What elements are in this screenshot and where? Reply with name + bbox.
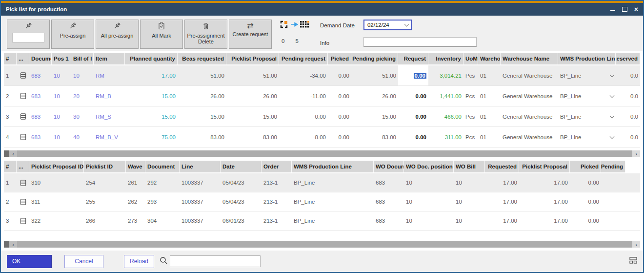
all-mark-button[interactable]: All Mark bbox=[140, 20, 183, 49]
cell-request[interactable]: 0.00 bbox=[398, 86, 428, 106]
scrollbar-track[interactable] bbox=[17, 150, 632, 157]
cell-bill-of-items[interactable]: 20 bbox=[71, 86, 94, 106]
cancel-button[interactable]: Cancel bbox=[64, 255, 103, 268]
column-header-warehouse-name[interactable]: Warehouse Name bbox=[501, 53, 558, 64]
table-row[interactable]: 3322266273304100333706/01/23213-1BP_Line… bbox=[4, 211, 640, 231]
column-header-inventory[interactable]: Inventory bbox=[428, 53, 463, 64]
column-header-uom[interactable]: UoM bbox=[463, 53, 478, 64]
column-header-line[interactable]: Line bbox=[180, 161, 221, 172]
row-details-icon[interactable] bbox=[19, 92, 27, 100]
row-details-icon[interactable] bbox=[19, 113, 27, 120]
column-header-wo-document[interactable]: WO Docum bbox=[374, 161, 404, 172]
row-details-icon[interactable] bbox=[19, 133, 27, 141]
column-header-planned-quantity[interactable]: Planned quantity bbox=[125, 53, 178, 64]
cell-item[interactable]: RM_S bbox=[94, 106, 125, 126]
column-header-order[interactable]: Order bbox=[262, 161, 292, 172]
cell-wms-production-line[interactable]: BP_Line bbox=[558, 86, 616, 106]
scrollbar-track[interactable] bbox=[17, 241, 632, 248]
column-header-row-number[interactable]: # bbox=[4, 53, 17, 64]
cell-row-icon[interactable] bbox=[17, 65, 29, 85]
row-details-icon[interactable] bbox=[19, 217, 27, 225]
cell-position[interactable]: 10 bbox=[52, 106, 71, 126]
cell-wms-production-line[interactable]: BP_Line bbox=[558, 127, 616, 147]
table-row[interactable]: 16831010RM17.0051.0051.00-34.000.0051.00… bbox=[4, 65, 640, 86]
cell-document[interactable]: 683 bbox=[29, 65, 52, 85]
column-header-pending[interactable]: Pending bbox=[601, 161, 625, 172]
column-header-requested[interactable]: Requested bbox=[485, 161, 519, 172]
table-row[interactable]: 26831020RM_B15.0026.0026.00-11.000.0026.… bbox=[4, 86, 640, 106]
cell-document[interactable]: 683 bbox=[29, 106, 52, 126]
cell-document[interactable]: 683 bbox=[29, 127, 52, 147]
cell-item[interactable]: RM bbox=[94, 65, 125, 85]
row-details-icon[interactable] bbox=[19, 198, 27, 206]
scroll-right-arrow-icon[interactable]: › bbox=[632, 241, 640, 248]
column-header-date[interactable]: Date bbox=[221, 161, 262, 172]
cell-bill-of-items[interactable]: 30 bbox=[71, 106, 94, 126]
scroll-left-arrow-icon[interactable]: ‹ bbox=[9, 150, 17, 157]
column-header-wms-production-line[interactable]: WMS Production Line bbox=[292, 161, 374, 172]
cell-row-icon[interactable] bbox=[17, 106, 29, 126]
column-header-row-icon[interactable]: ... bbox=[17, 161, 29, 172]
cell-request[interactable]: 0.00 bbox=[398, 106, 428, 126]
cell-bill-of-items[interactable]: 40 bbox=[71, 127, 94, 147]
cell-bill-of-items[interactable]: 10 bbox=[71, 65, 94, 85]
column-header-picklist-proposal[interactable]: Picklist Proposal bbox=[519, 161, 570, 172]
close-button[interactable]: × bbox=[634, 5, 638, 13]
column-header-item[interactable]: Item bbox=[94, 53, 125, 64]
all-pre-assign-button[interactable]: All pre-assign bbox=[96, 20, 139, 49]
cell-row-icon[interactable] bbox=[17, 192, 29, 211]
column-header-row-icon[interactable]: ... bbox=[17, 53, 29, 64]
minimize-button[interactable] bbox=[610, 5, 615, 13]
cell-item[interactable]: RM_B bbox=[94, 86, 125, 106]
column-header-wave[interactable]: Wave bbox=[126, 161, 145, 172]
cell-row-icon[interactable] bbox=[17, 211, 29, 230]
cell-position[interactable]: 10 bbox=[52, 65, 71, 85]
cell-wms-production-line[interactable]: BP_Line bbox=[558, 106, 616, 126]
cell-request[interactable]: 0.00 bbox=[398, 65, 428, 85]
column-header-reserved[interactable]: Reserved bbox=[616, 53, 640, 64]
column-header-picked[interactable]: Picked bbox=[570, 161, 601, 172]
create-request-button[interactable]: ⇄ Create request bbox=[229, 20, 272, 49]
cell-row-icon[interactable] bbox=[17, 173, 29, 192]
row-details-icon[interactable] bbox=[19, 72, 27, 79]
cell-item[interactable]: RM_B_V bbox=[94, 127, 125, 147]
row-details-icon[interactable] bbox=[19, 179, 27, 187]
column-header-picklist-proposal[interactable]: Picklist Proposal bbox=[226, 53, 279, 64]
table-row[interactable]: 1310254261292100333705/04/23213-1BP_Line… bbox=[4, 173, 640, 192]
info-input[interactable] bbox=[363, 37, 477, 47]
column-header-pending-request[interactable]: Pending request bbox=[279, 53, 328, 64]
scroll-left-arrow-icon[interactable]: ‹ bbox=[9, 241, 17, 248]
cell-position[interactable]: 10 bbox=[52, 86, 71, 106]
demand-date-combobox[interactable]: 02/12/24 bbox=[363, 20, 412, 30]
scrollbar-thumb[interactable] bbox=[4, 241, 9, 248]
column-header-bill-of-items[interactable]: Bill of I bbox=[71, 53, 94, 64]
scroll-right-arrow-icon[interactable]: › bbox=[632, 150, 640, 157]
cell-row-icon[interactable] bbox=[17, 127, 29, 147]
column-header-pending-picking[interactable]: Pending picking bbox=[351, 53, 398, 64]
column-header-picklist-id[interactable]: Picklist ID bbox=[84, 161, 126, 172]
pre-assignment-delete-button[interactable]: Pre-assignment Delete bbox=[184, 20, 227, 49]
column-header-document[interactable]: Document bbox=[145, 161, 180, 172]
filter-input[interactable] bbox=[12, 33, 44, 42]
cell-position[interactable]: 10 bbox=[52, 127, 71, 147]
column-header-request[interactable]: Request bbox=[398, 53, 428, 64]
scrollbar-thumb[interactable] bbox=[4, 150, 9, 157]
maximize-button[interactable] bbox=[622, 5, 627, 13]
search-input[interactable] bbox=[170, 255, 261, 267]
pre-assign-button[interactable]: Pre-assign bbox=[51, 20, 94, 49]
horizontal-scrollbar-top[interactable]: ‹ › bbox=[4, 150, 640, 157]
table-row[interactable]: 46831040RM_B_V75.0083.0083.00-8.000.0083… bbox=[4, 127, 640, 147]
column-header-wo-bill[interactable]: WO Bill bbox=[454, 161, 485, 172]
filter-button[interactable] bbox=[7, 20, 50, 49]
column-header-picked[interactable]: Picked bbox=[328, 53, 351, 64]
layout-grid-button[interactable] bbox=[629, 256, 637, 266]
cell-document[interactable]: 683 bbox=[29, 86, 52, 106]
cell-request[interactable]: 0.00 bbox=[398, 127, 428, 147]
column-header-row-number[interactable]: # bbox=[4, 161, 17, 172]
column-header-document[interactable]: Docume bbox=[29, 53, 52, 64]
table-row[interactable]: 2311255262293100333705/04/23213-1BP_Line… bbox=[4, 192, 640, 211]
column-header-warehouse[interactable]: Warehous bbox=[478, 53, 501, 64]
table-row[interactable]: 36831030RM_S15.0015.0015.000.000.0015.00… bbox=[4, 106, 640, 127]
cell-wms-production-line[interactable]: BP_Line bbox=[558, 65, 616, 85]
ok-button[interactable]: OK bbox=[7, 255, 52, 268]
